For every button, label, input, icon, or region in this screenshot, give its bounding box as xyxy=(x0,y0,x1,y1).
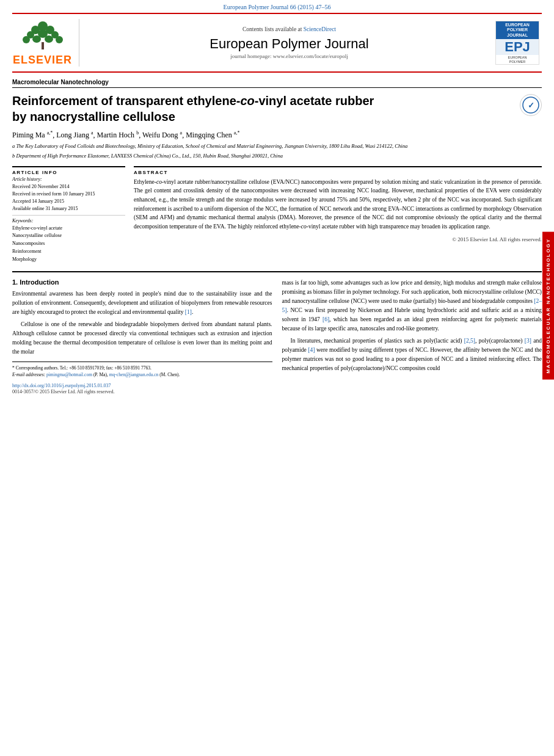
affiliation-b-text: b Department of High Performance Elastom… xyxy=(12,153,283,159)
crossmark-icon: ✓ xyxy=(520,94,542,116)
epj-bottom-line3: JOURNAL xyxy=(497,64,538,65)
author-list: Piming Ma a,*, Long Jiang a, Martin Hoch… xyxy=(12,129,542,140)
ref-2-5[interactable]: [2–5] xyxy=(282,298,542,313)
article-title: Reinforcement of transparent ethylene-co… xyxy=(12,93,514,125)
title-italic: co xyxy=(240,94,254,107)
elsevier-logo: ELSEVIER xyxy=(12,19,79,67)
ref-6[interactable]: [6] xyxy=(323,316,329,322)
epj-initials: EPJ xyxy=(496,39,539,55)
email1: pimingma@hotmail.com xyxy=(46,372,92,377)
sciencedirect-link[interactable]: ScienceDirect xyxy=(304,26,336,32)
received-revised-date: Received in revised form 10 January 2015 xyxy=(12,191,125,198)
available-date: Available online 31 January 2015 xyxy=(12,205,125,213)
keyword-5: Morphology xyxy=(12,256,125,264)
journal-center: Contents lists available at ScienceDirec… xyxy=(86,19,493,67)
footnotes: * Corresponding authors. Tel.: +86 510 8… xyxy=(12,365,272,379)
footnote-divider xyxy=(12,362,272,362)
epj-bottom-line2: POLYMER xyxy=(497,60,538,64)
svg-point-8 xyxy=(32,35,41,43)
side-label: MACROMOLECULAR NANOTECHNOLOGY xyxy=(542,232,554,380)
author-names: Piming Ma a,*, Long Jiang a, Martin Hoch… xyxy=(12,131,239,139)
section-tag: Macromolecular Nanotechnology xyxy=(12,79,542,88)
intro-para2: Cellulose is one of the renewable and bi… xyxy=(12,320,272,357)
abstract-title: ABSTRACT xyxy=(134,170,542,175)
issn-text: 0014-3057/© 2015 Elsevier Ltd. All right… xyxy=(12,389,542,394)
article-info-column: ARTICLE INFO Article history: Received 2… xyxy=(12,166,125,264)
elsevier-tree-icon xyxy=(15,19,70,53)
ref-4[interactable]: [4] xyxy=(308,347,315,353)
keyword-4: Reinforcement xyxy=(12,248,125,256)
journal-citation: European Polymer Journal 66 (2015) 47–56 xyxy=(0,0,554,13)
main-content-columns: 1. Introduction Environmental awareness … xyxy=(12,278,542,379)
keyword-3: Nanocomposites xyxy=(12,240,125,248)
received-date: Received 20 November 2014 xyxy=(12,183,125,191)
right-body: mass is far too high, some advantages su… xyxy=(282,278,542,373)
crossmark-badge: ✓ xyxy=(520,94,542,116)
keyword-1: Ethylene-co-vinyl acetate xyxy=(12,225,125,233)
email2: mq-chen@jiangnan.edu.cn xyxy=(109,372,159,377)
svg-point-7 xyxy=(23,36,30,43)
right-para2: In literatures, mechanical properties of… xyxy=(282,336,542,373)
email1-name: (P. Ma), xyxy=(93,372,108,377)
page-bottom: http://dx.doi.org/10.1016/j.eurpolymj.20… xyxy=(12,383,542,394)
article-title-text: Reinforcement of transparent ethylene-co… xyxy=(12,93,514,125)
ref-2-5b[interactable]: [2,5] xyxy=(464,338,475,344)
epj-top-text: EUROPEAN POLYMER JOURNAL xyxy=(496,21,539,39)
email1-link[interactable]: pimingma@hotmail.com xyxy=(46,372,92,377)
article-title-area: Reinforcement of transparent ethylene-co… xyxy=(12,93,542,125)
journal-title: European Polymer Journal xyxy=(210,36,368,52)
doi-link[interactable]: http://dx.doi.org/10.1016/j.eurpolymj.20… xyxy=(12,383,542,388)
email-label: E-mail addresses: xyxy=(12,372,45,377)
affiliation-a: a The Key Laboratory of Food Colloids an… xyxy=(12,143,542,150)
footnote-email: E-mail addresses: pimingma@hotmail.com (… xyxy=(12,371,272,378)
ref-1[interactable]: [1] xyxy=(185,309,192,315)
elsevier-wordmark: ELSEVIER xyxy=(13,54,72,67)
abstract-column: ABSTRACT Ethylene-co-vinyl acetate rubbe… xyxy=(134,166,542,264)
main-left-column: 1. Introduction Environmental awareness … xyxy=(12,278,272,379)
epj-bottom-text: EUROPEAN POLYMER JOURNAL xyxy=(496,55,539,65)
email2-link[interactable]: mq-chen@jiangnan.edu.cn xyxy=(109,372,159,377)
journal-citation-text: European Polymer Journal 66 (2015) 47–56 xyxy=(224,4,331,10)
title-part1: Reinforcement of transparent ethylene- xyxy=(12,94,240,107)
intro-body: Environmental awareness has been deeply … xyxy=(12,289,272,357)
footnote-star: * Corresponding authors. Tel.: +86 510 8… xyxy=(12,365,272,371)
history-label: Article history: xyxy=(12,176,125,182)
doi-text: http://dx.doi.org/10.1016/j.eurpolymj.20… xyxy=(12,383,111,388)
abstract-box: ABSTRACT Ethylene-co-vinyl acetate rubbe… xyxy=(134,166,542,242)
page-container: European Polymer Journal 66 (2015) 47–56 xyxy=(0,0,554,756)
ref-3[interactable]: [3] xyxy=(525,338,531,344)
svg-point-9 xyxy=(45,35,53,43)
crossmark-svg: ✓ xyxy=(522,96,539,114)
info-abstract-columns: ARTICLE INFO Article history: Received 2… xyxy=(12,166,542,264)
observation-text: Observation xyxy=(514,206,542,212)
epj-logo-container: EUROPEAN POLYMER JOURNAL EPJ EUROPEAN PO… xyxy=(493,19,542,67)
title-part2: -vinyl acetate rubber xyxy=(255,94,374,107)
journal-homepage: journal homepage: www.elsevier.com/locat… xyxy=(230,53,348,59)
article-info-box: ARTICLE INFO Article history: Received 2… xyxy=(12,166,125,264)
svg-point-10 xyxy=(56,36,63,43)
abstract-text: Ethylene-co-vinyl acetate rubber/nanocry… xyxy=(134,178,542,231)
accepted-date: Accepted 14 January 2015 xyxy=(12,198,125,205)
abstract-content: Ethylene-co-vinyl acetate rubber/nanocry… xyxy=(134,179,542,230)
keywords-label: Keywords: xyxy=(12,218,125,224)
svg-text:✓: ✓ xyxy=(528,101,534,110)
authors-section: Piming Ma a,*, Long Jiang a, Martin Hoch… xyxy=(12,129,542,140)
affiliation-a-text: a The Key Laboratory of Food Colloids an… xyxy=(12,143,407,149)
epj-line3: JOURNAL xyxy=(498,33,537,38)
main-divider xyxy=(12,271,542,272)
epj-line1: EUROPEAN xyxy=(498,23,537,27)
epj-bottom-line1: EUROPEAN xyxy=(497,56,538,60)
epj-logo: EUROPEAN POLYMER JOURNAL EPJ EUROPEAN PO… xyxy=(495,21,539,65)
main-right-column: mass is far too high, some advantages su… xyxy=(282,278,542,379)
divider1 xyxy=(12,215,125,216)
title-line2: by nanocrystalline cellulose xyxy=(12,110,175,123)
epj-line2: POLYMER xyxy=(498,27,537,32)
intro-para1: Environmental awareness has been deeply … xyxy=(12,289,272,317)
copyright: © 2015 Elsevier Ltd. All rights reserved… xyxy=(134,236,542,242)
article-info-title: ARTICLE INFO xyxy=(12,170,125,175)
footnote-star-text: * Corresponding authors. Tel.: +86 510 8… xyxy=(12,365,151,371)
keyword-2: Nanocrystalline cellulose xyxy=(12,232,125,240)
journal-header: ELSEVIER Contents lists available at Sci… xyxy=(12,13,542,73)
svg-rect-11 xyxy=(42,42,44,49)
sciencedirect-pre: Contents lists available at xyxy=(242,26,302,32)
